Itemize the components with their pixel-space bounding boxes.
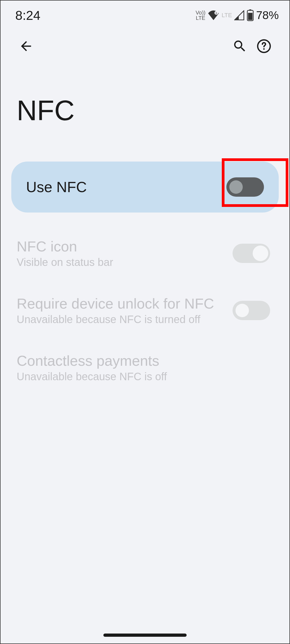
contactless-payments-subtitle: Unavailable because NFC is off (17, 371, 273, 383)
search-icon (232, 39, 247, 54)
toggle-knob (235, 304, 249, 317)
nfc-icon-title: NFC icon (17, 238, 233, 255)
app-bar (1, 27, 289, 65)
back-button[interactable] (14, 34, 38, 58)
require-unlock-row: Require device unlock for NFC Unavailabl… (1, 282, 289, 339)
svg-point-6 (263, 48, 265, 50)
help-button[interactable] (252, 34, 276, 58)
signal-icon (234, 10, 244, 20)
contactless-payments-row: Contactless payments Unavailable because… (1, 339, 289, 396)
page-title: NFC (1, 65, 289, 162)
svg-text:6: 6 (216, 12, 217, 15)
battery-percent: 78% (256, 9, 279, 22)
svg-rect-3 (249, 9, 251, 10)
use-nfc-row[interactable]: Use NFC (11, 162, 279, 213)
use-nfc-toggle[interactable] (226, 177, 264, 197)
volte-line1: Vo)) (196, 10, 206, 15)
gesture-nav-bar[interactable] (103, 634, 187, 637)
nfc-icon-toggle (233, 244, 270, 263)
wifi-icon: 6 (208, 10, 219, 20)
status-indicators: Vo)) LTE 6 LTE 78% (196, 9, 279, 22)
status-bar: 8:24 Vo)) LTE 6 LTE 78% (1, 1, 289, 27)
toggle-knob (229, 180, 243, 194)
contactless-payments-title: Contactless payments (17, 352, 273, 369)
use-nfc-label: Use NFC (26, 178, 87, 196)
toggle-knob (253, 246, 268, 261)
status-time: 8:24 (15, 8, 40, 23)
require-unlock-title: Require device unlock for NFC (17, 295, 233, 312)
search-button[interactable] (228, 34, 252, 58)
nfc-icon-subtitle: Visible on status bar (17, 256, 233, 268)
lte-secondary: LTE (222, 12, 232, 19)
battery-icon (247, 9, 254, 21)
require-unlock-subtitle: Unavailable because NFC is turned off (17, 313, 233, 325)
volte-line2: LTE (196, 15, 206, 21)
nfc-icon-row: NFC icon Visible on status bar (1, 225, 289, 282)
svg-rect-4 (248, 13, 253, 20)
volte-indicator: Vo)) LTE (196, 10, 206, 21)
require-unlock-toggle (233, 301, 270, 320)
help-icon (256, 39, 271, 54)
arrow-back-icon (19, 39, 34, 54)
